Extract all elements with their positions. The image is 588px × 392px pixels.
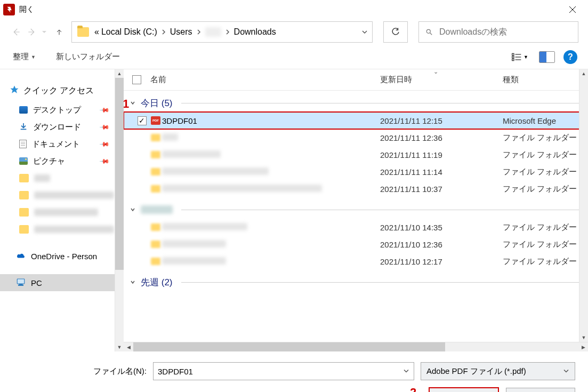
folder-icon: [77, 27, 89, 37]
history-dropdown[interactable]: [42, 27, 47, 37]
file-name: [162, 185, 380, 194]
sidebar-scrollbar[interactable]: ▲ ▼: [115, 69, 124, 351]
close-button[interactable]: [560, 1, 585, 18]
sidebar-onedrive[interactable]: OneDrive - Person: [0, 247, 124, 265]
svg-rect-10: [17, 279, 25, 284]
folder-icon: [151, 241, 160, 248]
sidebar-quick-access[interactable]: クイック アクセス: [0, 81, 124, 100]
file-type: Microsoft Edge: [503, 116, 588, 125]
chevron-down-icon: [129, 100, 136, 106]
pc-icon: [16, 278, 26, 288]
chevron-right-icon[interactable]: [194, 29, 204, 35]
chevron-right-icon[interactable]: [158, 29, 169, 35]
svg-line-3: [430, 33, 432, 35]
sidebar-documents[interactable]: ドキュメント📌: [0, 135, 124, 153]
folder-icon: [151, 223, 160, 231]
file-row[interactable]: 2021/11/10 14:35ファイル フォルダー: [124, 219, 588, 236]
sort-indicator-icon: ⌄: [433, 68, 438, 75]
cancel-button[interactable]: キャンセル: [506, 388, 575, 392]
breadcrumb-seg-2-redacted[interactable]: [205, 27, 221, 37]
filename-input[interactable]: 3DPDF01: [153, 362, 414, 380]
file-row[interactable]: 2021/11/11 12:36ファイル フォルダー: [124, 129, 588, 146]
column-headers: 名前 ⌄更新日時 種類: [124, 69, 588, 91]
app-icon: [3, 4, 15, 15]
file-row[interactable]: 2021/11/11 10:37ファイル フォルダー: [124, 180, 588, 197]
group-today[interactable]: 今日 (5): [124, 94, 588, 112]
folder-icon: [151, 168, 160, 175]
column-name[interactable]: 名前: [149, 75, 380, 85]
group-mid[interactable]: [124, 201, 588, 219]
pin-icon: 📌: [99, 156, 110, 167]
file-name: [162, 223, 380, 232]
window-title: 開く: [19, 5, 34, 14]
file-type: ファイル フォルダー: [503, 184, 588, 194]
svg-rect-6: [512, 59, 514, 60]
download-icon: [19, 122, 28, 132]
column-date[interactable]: ⌄更新日時: [380, 75, 503, 85]
new-folder-button[interactable]: 新しいフォルダー: [54, 50, 122, 64]
file-row[interactable]: 2021/11/11 11:14ファイル フォルダー: [124, 163, 588, 180]
sidebar-item-redacted[interactable]: [0, 204, 124, 221]
up-button[interactable]: [53, 26, 65, 38]
organize-button[interactable]: 整理▼: [11, 50, 38, 64]
breadcrumb-seg-1[interactable]: Users: [169, 27, 194, 37]
chevron-down-icon: [563, 367, 569, 376]
file-name: [162, 240, 380, 249]
breadcrumb-seg-0[interactable]: Local Disk (C:): [100, 27, 158, 37]
file-row[interactable]: 3DPDF012021/11/11 12:15Microsoft Edge: [124, 112, 588, 129]
file-type: ファイル フォルダー: [503, 167, 588, 177]
chevron-down-icon: [129, 279, 136, 285]
file-row[interactable]: 2021/11/10 12:17ファイル フォルダー: [124, 253, 588, 270]
row-checkbox[interactable]: [138, 116, 147, 125]
search-box[interactable]: [418, 21, 578, 43]
file-type-filter[interactable]: Adobe PDF ファイル (*.pdf): [421, 362, 575, 380]
file-date: 2021/11/11 10:37: [380, 185, 503, 194]
group-lastweek[interactable]: 先週 (2): [124, 273, 588, 291]
breadcrumb-prefix[interactable]: «: [93, 27, 100, 37]
pin-icon: 📌: [99, 139, 110, 150]
preview-pane-button[interactable]: [539, 51, 555, 63]
search-icon: [425, 28, 433, 36]
file-pane: 名前 ⌄更新日時 種類 1 今日 (5) 3DPDF012021/11/11 1…: [124, 69, 588, 351]
search-input[interactable]: [439, 27, 578, 37]
nav-bar: « Local Disk (C:) Users Downloads: [0, 19, 588, 45]
sidebar-item-redacted[interactable]: [0, 170, 124, 187]
breadcrumb-dropdown[interactable]: [357, 29, 372, 35]
back-button[interactable]: [10, 26, 22, 38]
desktop-icon: [19, 106, 28, 114]
refresh-button[interactable]: [383, 21, 408, 43]
sidebar-pc[interactable]: PC: [0, 274, 124, 291]
help-button[interactable]: ?: [563, 50, 577, 64]
chevron-down-icon[interactable]: [403, 367, 409, 376]
open-button[interactable]: 開く(O): [429, 388, 498, 392]
chevron-down-icon: [129, 207, 136, 212]
file-row[interactable]: 2021/11/11 11:19ファイル フォルダー: [124, 146, 588, 163]
file-name: [162, 150, 380, 159]
sidebar-item-redacted[interactable]: [0, 221, 124, 238]
file-type: ファイル フォルダー: [503, 257, 588, 267]
vertical-scrollbar[interactable]: ▲ ▼: [579, 69, 588, 342]
sidebar-desktop[interactable]: デスクトップ📌: [0, 101, 124, 118]
view-mode-button[interactable]: ▼: [509, 50, 530, 65]
chevron-right-icon[interactable]: [222, 29, 233, 35]
sidebar: クイック アクセス デスクトップ📌 ダウンロード📌 ドキュメント📌 ピクチャ📌 …: [0, 69, 124, 351]
document-icon: [19, 140, 27, 148]
sidebar-downloads[interactable]: ダウンロード📌: [0, 118, 124, 135]
filename-label: ファイル名(N):: [93, 366, 147, 377]
file-date: 2021/11/10 12:17: [380, 257, 503, 266]
sidebar-quick-access-label: クイック アクセス: [23, 85, 94, 97]
file-type: ファイル フォルダー: [503, 222, 588, 233]
forward-button[interactable]: [26, 26, 38, 38]
breadcrumb[interactable]: « Local Disk (C:) Users Downloads: [71, 21, 373, 43]
column-type[interactable]: 種類: [503, 75, 588, 85]
svg-rect-4: [512, 53, 514, 55]
sidebar-item-redacted[interactable]: [0, 187, 124, 204]
select-all-checkbox[interactable]: [132, 75, 141, 84]
file-row[interactable]: 2021/11/10 12:36ファイル フォルダー: [124, 236, 588, 253]
folder-icon: [19, 191, 29, 199]
horizontal-scrollbar[interactable]: ◀ ▶: [124, 342, 588, 351]
svg-rect-5: [512, 56, 514, 58]
file-date: 2021/11/10 14:35: [380, 223, 503, 232]
sidebar-pictures[interactable]: ピクチャ📌: [0, 153, 124, 170]
breadcrumb-seg-3[interactable]: Downloads: [233, 27, 277, 37]
